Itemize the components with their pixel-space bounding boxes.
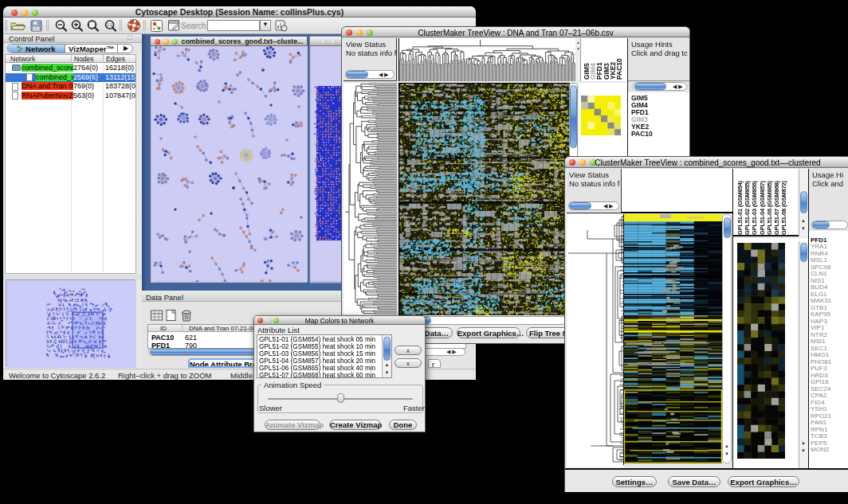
svg-text:1:1: 1:1 [107,23,112,27]
